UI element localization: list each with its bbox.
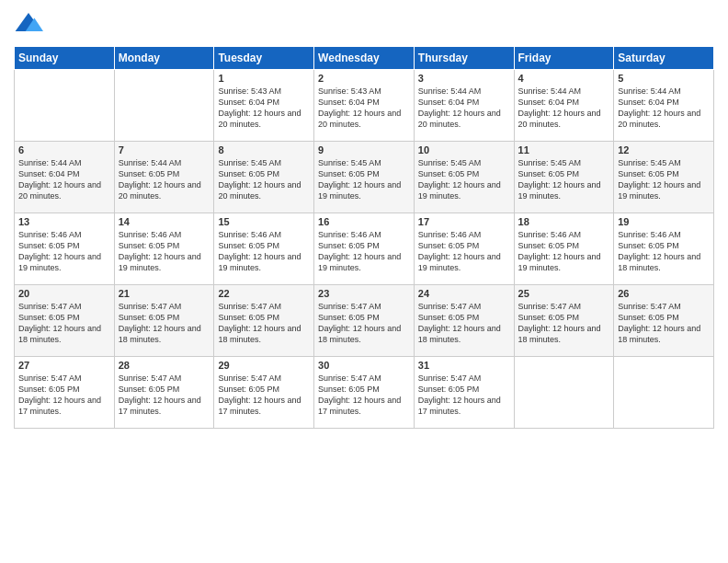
cell-info: Sunrise: 5:45 AM Sunset: 6:05 PM Dayligh… bbox=[218, 157, 310, 202]
calendar-cell: 29Sunrise: 5:47 AM Sunset: 6:05 PM Dayli… bbox=[214, 357, 314, 429]
day-number: 30 bbox=[318, 360, 410, 371]
calendar-cell: 3Sunrise: 5:44 AM Sunset: 6:04 PM Daylig… bbox=[414, 70, 514, 142]
cell-info: Sunrise: 5:43 AM Sunset: 6:04 PM Dayligh… bbox=[318, 86, 410, 131]
day-number: 22 bbox=[218, 288, 310, 299]
calendar-week-row: 6Sunrise: 5:44 AM Sunset: 6:04 PM Daylig… bbox=[15, 142, 714, 213]
cell-info: Sunrise: 5:46 AM Sunset: 6:05 PM Dayligh… bbox=[218, 229, 310, 274]
calendar-cell: 25Sunrise: 5:47 AM Sunset: 6:05 PM Dayli… bbox=[514, 285, 614, 357]
calendar-cell: 15Sunrise: 5:46 AM Sunset: 6:05 PM Dayli… bbox=[214, 213, 314, 285]
day-number: 24 bbox=[418, 288, 510, 299]
calendar-day-header: Thursday bbox=[414, 47, 514, 70]
calendar-day-header: Sunday bbox=[15, 47, 115, 70]
cell-info: Sunrise: 5:45 AM Sunset: 6:05 PM Dayligh… bbox=[418, 157, 510, 202]
calendar-cell: 18Sunrise: 5:46 AM Sunset: 6:05 PM Dayli… bbox=[514, 213, 614, 285]
calendar-header-row: SundayMondayTuesdayWednesdayThursdayFrid… bbox=[15, 47, 714, 70]
cell-info: Sunrise: 5:47 AM Sunset: 6:05 PM Dayligh… bbox=[618, 301, 710, 346]
cell-info: Sunrise: 5:43 AM Sunset: 6:04 PM Dayligh… bbox=[218, 86, 310, 131]
day-number: 6 bbox=[18, 144, 110, 155]
day-number: 26 bbox=[618, 288, 710, 299]
day-number: 29 bbox=[218, 360, 310, 371]
cell-info: Sunrise: 5:46 AM Sunset: 6:05 PM Dayligh… bbox=[18, 229, 110, 274]
calendar-cell: 17Sunrise: 5:46 AM Sunset: 6:05 PM Dayli… bbox=[414, 213, 514, 285]
cell-info: Sunrise: 5:44 AM Sunset: 6:04 PM Dayligh… bbox=[618, 86, 710, 131]
cell-info: Sunrise: 5:46 AM Sunset: 6:05 PM Dayligh… bbox=[518, 229, 610, 274]
cell-info: Sunrise: 5:47 AM Sunset: 6:05 PM Dayligh… bbox=[418, 373, 510, 418]
day-number: 13 bbox=[18, 216, 110, 227]
day-number: 18 bbox=[518, 216, 610, 227]
calendar-cell: 6Sunrise: 5:44 AM Sunset: 6:04 PM Daylig… bbox=[15, 142, 115, 213]
calendar-cell bbox=[614, 357, 714, 429]
cell-info: Sunrise: 5:44 AM Sunset: 6:04 PM Dayligh… bbox=[18, 157, 110, 202]
day-number: 17 bbox=[418, 216, 510, 227]
cell-info: Sunrise: 5:47 AM Sunset: 6:05 PM Dayligh… bbox=[119, 373, 210, 418]
cell-info: Sunrise: 5:45 AM Sunset: 6:05 PM Dayligh… bbox=[518, 157, 610, 202]
calendar-cell: 22Sunrise: 5:47 AM Sunset: 6:05 PM Dayli… bbox=[214, 285, 314, 357]
calendar-cell: 9Sunrise: 5:45 AM Sunset: 6:05 PM Daylig… bbox=[314, 142, 415, 213]
day-number: 21 bbox=[119, 288, 210, 299]
calendar-cell: 14Sunrise: 5:46 AM Sunset: 6:05 PM Dayli… bbox=[114, 213, 214, 285]
calendar-cell: 19Sunrise: 5:46 AM Sunset: 6:05 PM Dayli… bbox=[614, 213, 714, 285]
calendar-day-header: Tuesday bbox=[214, 47, 314, 70]
header bbox=[14, 9, 714, 39]
day-number: 2 bbox=[318, 73, 410, 84]
calendar-cell: 5Sunrise: 5:44 AM Sunset: 6:04 PM Daylig… bbox=[614, 70, 714, 142]
calendar-cell bbox=[114, 70, 214, 142]
calendar-cell: 23Sunrise: 5:47 AM Sunset: 6:05 PM Dayli… bbox=[314, 285, 415, 357]
cell-info: Sunrise: 5:45 AM Sunset: 6:05 PM Dayligh… bbox=[618, 157, 710, 202]
calendar-cell: 1Sunrise: 5:43 AM Sunset: 6:04 PM Daylig… bbox=[214, 70, 314, 142]
calendar-day-header: Friday bbox=[514, 47, 614, 70]
calendar-cell: 10Sunrise: 5:45 AM Sunset: 6:05 PM Dayli… bbox=[414, 142, 514, 213]
calendar-week-row: 27Sunrise: 5:47 AM Sunset: 6:05 PM Dayli… bbox=[15, 357, 714, 429]
calendar-cell: 4Sunrise: 5:44 AM Sunset: 6:04 PM Daylig… bbox=[514, 70, 614, 142]
calendar-cell: 30Sunrise: 5:47 AM Sunset: 6:05 PM Dayli… bbox=[314, 357, 415, 429]
cell-info: Sunrise: 5:47 AM Sunset: 6:05 PM Dayligh… bbox=[119, 301, 210, 346]
calendar: SundayMondayTuesdayWednesdayThursdayFrid… bbox=[14, 46, 714, 429]
cell-info: Sunrise: 5:46 AM Sunset: 6:05 PM Dayligh… bbox=[618, 229, 710, 274]
page: SundayMondayTuesdayWednesdayThursdayFrid… bbox=[0, 0, 728, 563]
day-number: 27 bbox=[18, 360, 110, 371]
calendar-cell: 31Sunrise: 5:47 AM Sunset: 6:05 PM Dayli… bbox=[414, 357, 514, 429]
day-number: 28 bbox=[119, 360, 210, 371]
calendar-cell: 26Sunrise: 5:47 AM Sunset: 6:05 PM Dayli… bbox=[614, 285, 714, 357]
day-number: 7 bbox=[119, 144, 210, 155]
cell-info: Sunrise: 5:46 AM Sunset: 6:05 PM Dayligh… bbox=[119, 229, 210, 274]
calendar-cell: 7Sunrise: 5:44 AM Sunset: 6:05 PM Daylig… bbox=[114, 142, 214, 213]
cell-info: Sunrise: 5:46 AM Sunset: 6:05 PM Dayligh… bbox=[318, 229, 410, 274]
calendar-week-row: 13Sunrise: 5:46 AM Sunset: 6:05 PM Dayli… bbox=[15, 213, 714, 285]
calendar-day-header: Monday bbox=[114, 47, 214, 70]
cell-info: Sunrise: 5:47 AM Sunset: 6:05 PM Dayligh… bbox=[518, 301, 610, 346]
calendar-day-header: Wednesday bbox=[314, 47, 415, 70]
day-number: 4 bbox=[518, 73, 610, 84]
calendar-cell: 13Sunrise: 5:46 AM Sunset: 6:05 PM Dayli… bbox=[15, 213, 115, 285]
day-number: 12 bbox=[618, 144, 710, 155]
day-number: 5 bbox=[618, 73, 710, 84]
calendar-week-row: 1Sunrise: 5:43 AM Sunset: 6:04 PM Daylig… bbox=[15, 70, 714, 142]
calendar-cell bbox=[514, 357, 614, 429]
cell-info: Sunrise: 5:47 AM Sunset: 6:05 PM Dayligh… bbox=[218, 301, 310, 346]
cell-info: Sunrise: 5:46 AM Sunset: 6:05 PM Dayligh… bbox=[418, 229, 510, 274]
cell-info: Sunrise: 5:47 AM Sunset: 6:05 PM Dayligh… bbox=[218, 373, 310, 418]
day-number: 14 bbox=[119, 216, 210, 227]
logo-icon bbox=[14, 9, 43, 39]
calendar-cell: 28Sunrise: 5:47 AM Sunset: 6:05 PM Dayli… bbox=[114, 357, 214, 429]
cell-info: Sunrise: 5:47 AM Sunset: 6:05 PM Dayligh… bbox=[18, 301, 110, 346]
calendar-cell: 27Sunrise: 5:47 AM Sunset: 6:05 PM Dayli… bbox=[15, 357, 115, 429]
calendar-cell: 8Sunrise: 5:45 AM Sunset: 6:05 PM Daylig… bbox=[214, 142, 314, 213]
calendar-cell: 20Sunrise: 5:47 AM Sunset: 6:05 PM Dayli… bbox=[15, 285, 115, 357]
calendar-cell: 11Sunrise: 5:45 AM Sunset: 6:05 PM Dayli… bbox=[514, 142, 614, 213]
calendar-cell bbox=[15, 70, 115, 142]
cell-info: Sunrise: 5:47 AM Sunset: 6:05 PM Dayligh… bbox=[318, 301, 410, 346]
day-number: 15 bbox=[218, 216, 310, 227]
cell-info: Sunrise: 5:47 AM Sunset: 6:05 PM Dayligh… bbox=[18, 373, 110, 418]
calendar-cell: 16Sunrise: 5:46 AM Sunset: 6:05 PM Dayli… bbox=[314, 213, 415, 285]
day-number: 3 bbox=[418, 73, 510, 84]
day-number: 19 bbox=[618, 216, 710, 227]
day-number: 11 bbox=[518, 144, 610, 155]
day-number: 23 bbox=[318, 288, 410, 299]
cell-info: Sunrise: 5:44 AM Sunset: 6:04 PM Dayligh… bbox=[518, 86, 610, 131]
day-number: 20 bbox=[18, 288, 110, 299]
calendar-cell: 12Sunrise: 5:45 AM Sunset: 6:05 PM Dayli… bbox=[614, 142, 714, 213]
cell-info: Sunrise: 5:47 AM Sunset: 6:05 PM Dayligh… bbox=[318, 373, 410, 418]
day-number: 10 bbox=[418, 144, 510, 155]
day-number: 25 bbox=[518, 288, 610, 299]
